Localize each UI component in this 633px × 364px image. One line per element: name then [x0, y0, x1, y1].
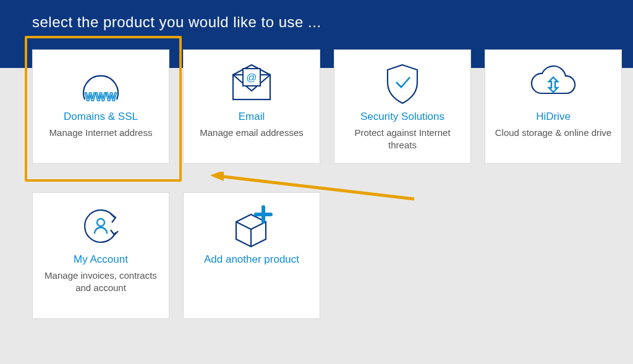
account-refresh-icon [79, 203, 123, 251]
card-desc: Manage Internet address [49, 127, 153, 139]
card-domains-ssl[interactable]: WWW Domains & SSL Manage Internet addres… [32, 49, 169, 164]
svg-point-4 [97, 219, 104, 226]
card-desc: Manage email addresses [200, 127, 304, 139]
product-grid: WWW Domains & SSL Manage Internet addres… [32, 49, 614, 319]
card-add-another-product[interactable]: Add another product [183, 192, 320, 319]
card-email[interactable]: @ Email Manage email addresses [183, 49, 320, 164]
card-desc: Cloud storage & online drive [495, 127, 611, 139]
card-title: Add another product [204, 253, 299, 266]
box-plus-icon [227, 203, 276, 251]
card-title: Email [239, 111, 265, 123]
shield-check-icon [383, 60, 422, 108]
card-desc: Protect against Internet threats [343, 127, 462, 152]
email-envelope-icon: @ [228, 60, 275, 108]
card-title: HiDrive [536, 111, 571, 123]
www-globe-icon: WWW [75, 60, 126, 108]
card-hidrive[interactable]: HiDrive Cloud storage & online drive [485, 49, 622, 164]
page-title: select the product you would like to use… [0, 0, 633, 31]
card-title: My Account [74, 253, 128, 266]
card-title: Security Solutions [360, 111, 444, 123]
cloud-sync-icon [525, 60, 582, 108]
card-my-account[interactable]: My Account Manage invoices, contracts an… [32, 192, 169, 319]
svg-text:@: @ [246, 72, 257, 83]
card-desc: Manage invoices, contracts and account [41, 269, 160, 295]
card-security-solutions[interactable]: Security Solutions Protect against Inter… [334, 49, 471, 164]
card-title: Domains & SSL [64, 111, 138, 123]
svg-text:WWW: WWW [85, 91, 117, 103]
